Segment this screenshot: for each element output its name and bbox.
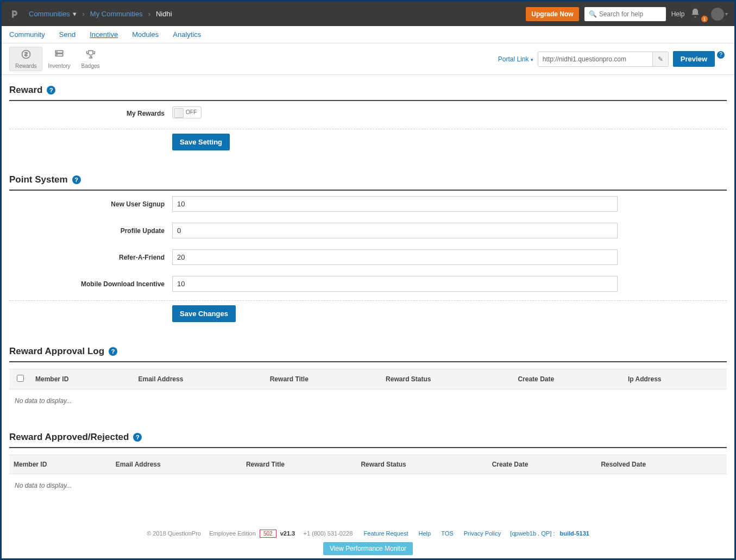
footer-edition: Employee Edition xyxy=(209,530,256,537)
nav-analytics[interactable]: Analytics xyxy=(173,30,201,39)
main-nav: Community Send Incentive Modules Analyti… xyxy=(2,26,734,43)
footer-version: v21.3 xyxy=(280,530,295,537)
footer-server: [qpweb1b . QP] : xyxy=(510,530,555,537)
subnav-label: Badges xyxy=(81,63,100,69)
col-email: Email Address xyxy=(134,369,265,389)
my-rewards-toggle[interactable]: OFF xyxy=(172,106,202,118)
col-create-date: Create Date xyxy=(488,455,597,474)
footer-copyright: © 2018 QuestionPro xyxy=(147,530,201,537)
section-title-approval-log: Reward Approval Log ? xyxy=(9,346,727,362)
subnav-inventory[interactable]: Inventory xyxy=(42,47,76,71)
save-setting-button[interactable]: Save Setting xyxy=(172,134,230,150)
help-icon[interactable]: ? xyxy=(109,347,117,356)
refer-friend-input[interactable] xyxy=(172,249,618,265)
chevron-down-icon: ▾ xyxy=(531,57,533,62)
footer-help[interactable]: Help xyxy=(419,530,431,537)
sub-nav: Rewards Inventory Badges Portal Link ▾ ✎… xyxy=(2,43,734,75)
svg-point-4 xyxy=(56,55,57,55)
col-ip-address: Ip Address xyxy=(624,369,727,389)
help-icon[interactable]: ? xyxy=(717,51,725,59)
section-title-approved-rejected: Reward Approved/Rejected ? xyxy=(9,432,727,448)
help-icon[interactable]: ? xyxy=(72,175,81,184)
breadcrumb-current: Nidhi xyxy=(156,10,172,18)
breadcrumb-root[interactable]: Communities ▾ xyxy=(29,10,77,18)
col-reward-status: Reward Status xyxy=(381,369,513,389)
search-input[interactable] xyxy=(599,10,662,18)
footer-feature-request[interactable]: Feature Request xyxy=(364,530,408,537)
divider xyxy=(9,300,727,301)
help-link[interactable]: Help xyxy=(671,10,685,18)
profile-update-label: Profile Update xyxy=(9,227,172,235)
mobile-download-label: Mobile Download Incentive xyxy=(9,280,172,288)
breadcrumb-level1[interactable]: My Communities xyxy=(90,10,143,18)
header-bar: Communities ▾ › My Communities › Nidhi U… xyxy=(2,2,734,26)
search-icon: 🔍 xyxy=(589,10,597,18)
profile-update-input[interactable] xyxy=(172,223,618,238)
col-email: Email Address xyxy=(111,455,242,474)
preview-button[interactable]: Preview xyxy=(673,51,715,67)
col-reward-status: Reward Status xyxy=(356,455,487,474)
portal-url-wrap: ✎ xyxy=(538,52,669,67)
footer-privacy[interactable]: Privacy Policy xyxy=(464,530,501,537)
nav-incentive[interactable]: Incentive xyxy=(90,30,118,39)
col-reward-title: Reward Title xyxy=(266,369,381,389)
save-changes-button[interactable]: Save Changes xyxy=(172,305,236,322)
user-menu[interactable]: ▾ xyxy=(711,8,728,21)
col-resolved-date: Resolved Date xyxy=(596,455,727,474)
no-data-text: No data to display... xyxy=(9,474,727,497)
logo-icon[interactable] xyxy=(8,8,21,21)
server-icon xyxy=(54,49,65,62)
trophy-icon xyxy=(85,49,96,62)
breadcrumb-sep-icon: › xyxy=(148,10,150,18)
perf-monitor-button[interactable]: View Performance Monitor xyxy=(323,542,413,555)
footer-tos[interactable]: TOS xyxy=(441,530,453,537)
footer: © 2018 QuestionPro Employee Edition 502 … xyxy=(2,519,734,558)
approval-log-table: Member ID Email Address Reward Title Rew… xyxy=(9,369,727,389)
portal-link-dropdown[interactable]: Portal Link ▾ xyxy=(498,55,533,63)
refer-friend-label: Refer-A-Friend xyxy=(9,254,172,261)
new-user-signup-row: New User Signup xyxy=(9,191,727,217)
profile-update-row: Profile Update xyxy=(9,217,727,244)
divider xyxy=(9,129,727,129)
portal-url-input[interactable] xyxy=(538,52,652,66)
col-member-id: Member ID xyxy=(31,369,134,389)
breadcrumb-sep-icon: › xyxy=(82,10,84,18)
avatar-icon xyxy=(711,8,724,21)
mobile-download-input[interactable] xyxy=(172,276,618,292)
nav-send[interactable]: Send xyxy=(59,30,76,39)
subnav-rewards[interactable]: Rewards xyxy=(9,47,42,71)
nav-modules[interactable]: Modules xyxy=(132,30,159,39)
subnav-badges[interactable]: Badges xyxy=(76,47,105,71)
col-member-id: Member ID xyxy=(9,455,111,474)
edit-icon[interactable]: ✎ xyxy=(652,52,668,66)
new-user-signup-label: New User Signup xyxy=(9,200,172,208)
my-rewards-row: My Rewards OFF xyxy=(9,101,727,125)
notification-badge: 1 xyxy=(701,16,708,22)
chevron-down-icon: ▾ xyxy=(73,10,77,18)
subnav-label: Rewards xyxy=(15,63,36,69)
svg-point-3 xyxy=(56,52,57,52)
new-user-signup-input[interactable] xyxy=(172,196,618,212)
approved-rejected-table: Member ID Email Address Reward Title Rew… xyxy=(9,455,727,474)
content: Reward ? My Rewards OFF Save Setting Poi… xyxy=(2,75,734,519)
nav-community[interactable]: Community xyxy=(9,30,45,39)
footer-code: 502 xyxy=(260,530,276,538)
chevron-down-icon: ▾ xyxy=(725,11,728,17)
my-rewards-label: My Rewards xyxy=(9,110,172,117)
notifications-button[interactable]: 1 ▾ xyxy=(690,8,706,20)
col-create-date: Create Date xyxy=(513,369,624,389)
footer-build: build-5131 xyxy=(559,530,589,537)
select-all-checkbox[interactable] xyxy=(17,375,24,382)
search-input-wrap[interactable]: 🔍 xyxy=(584,7,666,21)
col-reward-title: Reward Title xyxy=(242,455,357,474)
footer-phone: +1 (800) 531-0228 xyxy=(303,530,353,537)
section-title-reward: Reward ? xyxy=(9,85,727,101)
subnav-label: Inventory xyxy=(48,63,70,69)
help-icon[interactable]: ? xyxy=(133,433,142,442)
section-title-point-system: Point System ? xyxy=(9,174,727,191)
help-icon[interactable]: ? xyxy=(47,86,55,95)
no-data-text: No data to display... xyxy=(9,389,727,412)
mobile-download-row: Mobile Download Incentive xyxy=(9,270,727,297)
upgrade-button[interactable]: Upgrade Now xyxy=(526,7,578,21)
dollar-icon xyxy=(21,49,32,62)
